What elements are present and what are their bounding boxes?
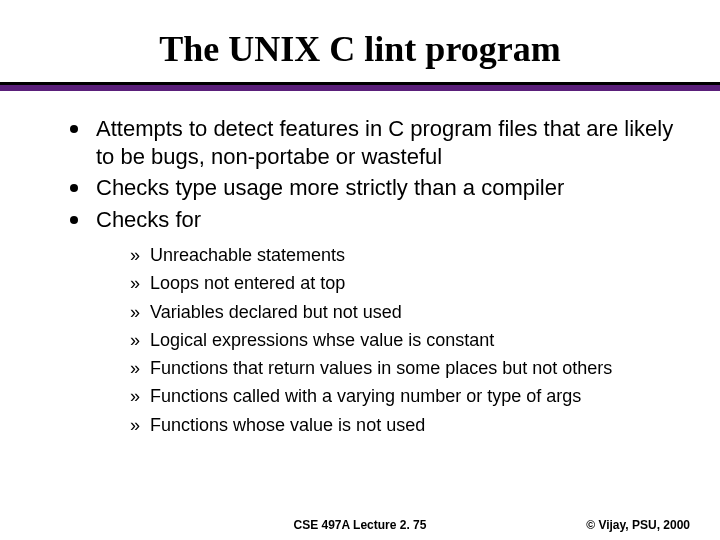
- chevron-right-icon: »: [130, 243, 140, 267]
- footer-copyright: © Vijay, PSU, 2000: [586, 518, 690, 532]
- title-divider: [0, 82, 720, 91]
- list-item: Attempts to detect features in C program…: [70, 115, 680, 170]
- bullet-icon: [70, 184, 78, 192]
- slide: The UNIX C lint program Attempts to dete…: [0, 0, 720, 540]
- bullet-icon: [70, 125, 78, 133]
- sub-item-text: Variables declared but not used: [150, 300, 402, 324]
- sub-item-text: Functions called with a varying number o…: [150, 384, 581, 408]
- list-item: Checks for: [70, 206, 680, 234]
- list-item-text: Checks for: [96, 206, 201, 234]
- list-item-text: Attempts to detect features in C program…: [96, 115, 680, 170]
- slide-title: The UNIX C lint program: [40, 28, 680, 70]
- sub-list-item: » Unreachable statements: [130, 243, 680, 267]
- sub-item-text: Unreachable statements: [150, 243, 345, 267]
- sub-list-item: » Logical expressions whse value is cons…: [130, 328, 680, 352]
- sub-item-text: Functions that return values in some pla…: [150, 356, 612, 380]
- chevron-right-icon: »: [130, 328, 140, 352]
- sub-list-item: » Variables declared but not used: [130, 300, 680, 324]
- chevron-right-icon: »: [130, 356, 140, 380]
- sub-item-text: Functions whose value is not used: [150, 413, 425, 437]
- sub-list: » Unreachable statements » Loops not ent…: [130, 243, 680, 437]
- sub-item-text: Loops not entered at top: [150, 271, 345, 295]
- list-item-text: Checks type usage more strictly than a c…: [96, 174, 564, 202]
- sub-list-item: » Functions called with a varying number…: [130, 384, 680, 408]
- chevron-right-icon: »: [130, 384, 140, 408]
- chevron-right-icon: »: [130, 271, 140, 295]
- sub-list-item: » Functions whose value is not used: [130, 413, 680, 437]
- main-list: Attempts to detect features in C program…: [70, 115, 680, 233]
- sub-list-item: » Loops not entered at top: [130, 271, 680, 295]
- bullet-icon: [70, 216, 78, 224]
- sub-item-text: Logical expressions whse value is consta…: [150, 328, 494, 352]
- chevron-right-icon: »: [130, 413, 140, 437]
- list-item: Checks type usage more strictly than a c…: [70, 174, 680, 202]
- sub-list-item: » Functions that return values in some p…: [130, 356, 680, 380]
- chevron-right-icon: »: [130, 300, 140, 324]
